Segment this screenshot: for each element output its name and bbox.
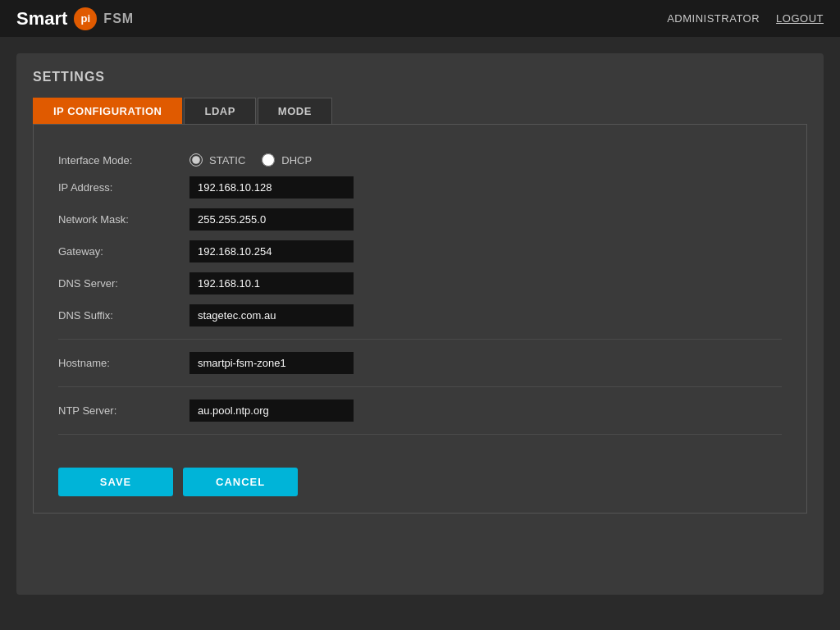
ntp-server-label: NTP Server: (58, 404, 189, 417)
radio-static-option[interactable]: STATIC (189, 153, 245, 167)
cancel-button[interactable]: CANCEL (183, 468, 298, 496)
ntp-server-row: NTP Server: (58, 399, 782, 422)
logo-pi-badge: pi (74, 7, 97, 30)
radio-dhcp-label: DHCP (281, 154, 312, 167)
radio-dhcp-option[interactable]: DHCP (262, 153, 312, 167)
tabs-container: IP CONFIGURATION LDAP MODE (33, 98, 807, 125)
tab-mode[interactable]: MODE (258, 98, 332, 124)
ntp-server-input[interactable] (189, 399, 354, 422)
ip-address-label: IP Address: (58, 181, 189, 194)
dns-server-input[interactable] (189, 272, 354, 294)
network-mask-input[interactable] (189, 208, 354, 231)
settings-title: SETTINGS (33, 70, 807, 84)
ip-address-row: IP Address: (58, 176, 782, 199)
ip-address-input[interactable] (189, 176, 354, 199)
dns-suffix-row: DNS Suffix: (58, 304, 782, 326)
interface-mode-label: Interface Mode: (58, 154, 189, 167)
radio-dhcp[interactable] (262, 153, 275, 167)
hostname-label: Hostname: (58, 357, 189, 369)
dns-server-label: DNS Server: (58, 277, 189, 290)
header: Smart pi FSM ADMINISTRATOR LOGOUT (0, 0, 840, 37)
dns-suffix-label: DNS Suffix: (58, 309, 189, 322)
radio-static[interactable] (189, 153, 203, 167)
radio-group: STATIC DHCP (189, 153, 312, 167)
radio-static-label: STATIC (209, 154, 245, 167)
logo-area: Smart pi FSM (16, 7, 134, 30)
network-mask-row: Network Mask: (58, 208, 782, 231)
gateway-row: Gateway: (58, 240, 782, 262)
gateway-input[interactable] (189, 240, 354, 262)
dns-server-row: DNS Server: (58, 272, 782, 294)
gateway-label: Gateway: (58, 245, 189, 258)
save-button[interactable]: SAVE (58, 468, 173, 496)
admin-label: ADMINISTRATOR (667, 12, 760, 25)
tab-ip-configuration[interactable]: IP CONFIGURATION (33, 98, 182, 124)
logo-fsm-text: FSM (103, 11, 134, 26)
logo-smart-text: Smart (16, 8, 67, 30)
hostname-input[interactable] (189, 352, 354, 374)
network-section: Interface Mode: STATIC DHCP IP (58, 141, 782, 340)
form-content: Interface Mode: STATIC DHCP IP (33, 125, 807, 514)
network-mask-label: Network Mask: (58, 213, 189, 226)
tab-ldap[interactable]: LDAP (184, 98, 255, 124)
hostname-section: Hostname: (58, 340, 782, 387)
interface-mode-row: Interface Mode: STATIC DHCP (58, 153, 782, 167)
settings-panel: SETTINGS IP CONFIGURATION LDAP MODE Inte… (16, 53, 824, 595)
dns-suffix-input[interactable] (189, 304, 354, 326)
main-content: SETTINGS IP CONFIGURATION LDAP MODE Inte… (0, 37, 840, 611)
header-right: ADMINISTRATOR LOGOUT (667, 12, 824, 25)
footer-buttons: SAVE CANCEL (58, 459, 782, 496)
hostname-row: Hostname: (58, 352, 782, 374)
ntp-section: NTP Server: (58, 387, 782, 435)
logout-link[interactable]: LOGOUT (776, 12, 824, 25)
